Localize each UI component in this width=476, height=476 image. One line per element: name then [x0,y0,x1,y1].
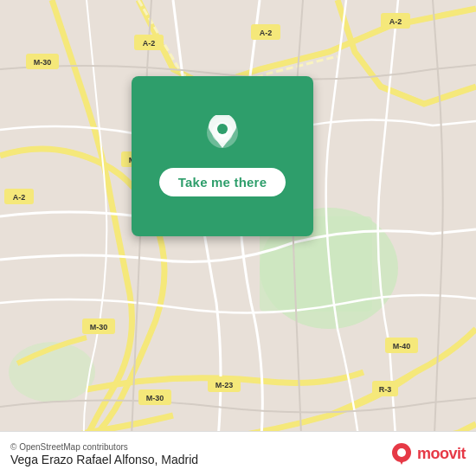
svg-text:A-2: A-2 [260,29,273,37]
svg-point-35 [397,448,406,457]
svg-text:A-2: A-2 [13,193,26,202]
map-svg: M-30 A-2 A-2 A-2 M-30 M-30 M-30 M-23 R-3… [0,0,476,476]
svg-text:R-3: R-3 [379,385,392,394]
moovit-icon [389,442,414,466]
svg-text:M-30: M-30 [90,323,108,331]
svg-text:M-30: M-30 [34,58,52,67]
svg-point-33 [217,124,228,134]
map-container: M-30 A-2 A-2 A-2 M-30 M-30 M-30 M-23 R-3… [0,0,476,476]
moovit-logo: moovit [389,442,466,466]
card-overlay: Take me there [132,76,313,236]
svg-text:M-40: M-40 [393,342,411,351]
location-title: Vega Erazo Rafael Alfonso, Madrid [10,453,198,466]
bottom-left-info: © OpenStreetMap contributors Vega Erazo … [10,442,198,466]
svg-text:M-23: M-23 [215,381,234,389]
svg-rect-0 [0,0,476,476]
svg-text:M-30: M-30 [146,394,164,402]
location-pin-icon [202,116,243,158]
take-me-there-button[interactable]: Take me there [159,168,286,196]
svg-text:A-2: A-2 [143,39,156,48]
bottom-bar: © OpenStreetMap contributors Vega Erazo … [0,431,476,476]
attribution-text: © OpenStreetMap contributors [10,442,198,452]
svg-text:A-2: A-2 [389,17,402,26]
moovit-brand-text: moovit [417,445,466,463]
